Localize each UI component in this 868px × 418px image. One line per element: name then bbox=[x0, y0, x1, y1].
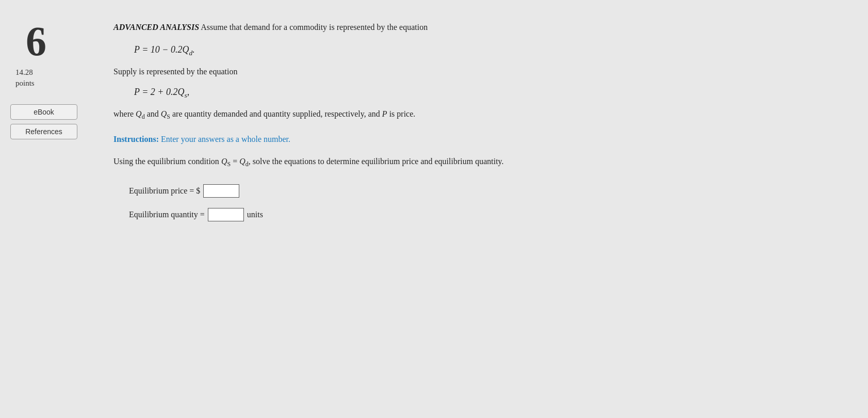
quantity-input[interactable] bbox=[208, 208, 244, 221]
supply-equation-block: P = 2 + 0.2Qs, bbox=[134, 87, 820, 100]
units-label: units bbox=[247, 210, 263, 219]
equilibrium-price-row: Equilibrium price = $ bbox=[129, 184, 820, 198]
supply-intro-text: Supply is represented by the equation bbox=[113, 65, 820, 78]
description-text: where Qd and QS are quantity demanded an… bbox=[113, 107, 820, 122]
sidebar-buttons: eBook References bbox=[10, 104, 77, 139]
instructions-text: Enter your answers as a whole number. bbox=[159, 135, 290, 143]
left-sidebar: 6 14.28 points eBook References bbox=[0, 15, 103, 403]
points-text: points bbox=[15, 79, 35, 87]
equilibrium-condition-text: Using the equilibrium condition QS = Qd,… bbox=[113, 155, 820, 169]
problem-header: ADVANCED ANALYSIS Assume that demand for… bbox=[113, 21, 820, 34]
price-input[interactable] bbox=[203, 184, 239, 198]
main-content: ADVANCED ANALYSIS Assume that demand for… bbox=[103, 15, 851, 403]
intro-text: Assume that demand for a commodity is re… bbox=[199, 23, 428, 31]
answer-section: Equilibrium price = $ Equilibrium quanti… bbox=[113, 184, 820, 221]
points-label: 14.28 points bbox=[10, 67, 35, 89]
instructions-block: Instructions: Enter your answers as a wh… bbox=[113, 133, 820, 146]
demand-equation: P = 10 − 0.2Qd. bbox=[134, 44, 195, 55]
quantity-label: Equilibrium quantity = bbox=[129, 210, 205, 219]
page-container: 6 14.28 points eBook References ADVANCED… bbox=[0, 0, 868, 418]
question-number: 6 bbox=[10, 21, 46, 62]
points-value: 14.28 bbox=[15, 68, 33, 76]
advanced-label: ADVANCED ANALYSIS bbox=[113, 23, 199, 31]
references-button[interactable]: References bbox=[10, 124, 77, 139]
supply-equation: P = 2 + 0.2Qs, bbox=[134, 87, 189, 97]
instructions-label: Instructions: bbox=[113, 135, 159, 143]
ebook-button[interactable]: eBook bbox=[10, 104, 77, 120]
demand-equation-block: P = 10 − 0.2Qd. bbox=[134, 44, 820, 57]
price-label: Equilibrium price = $ bbox=[129, 186, 200, 196]
equilibrium-quantity-row: Equilibrium quantity = units bbox=[129, 208, 820, 221]
